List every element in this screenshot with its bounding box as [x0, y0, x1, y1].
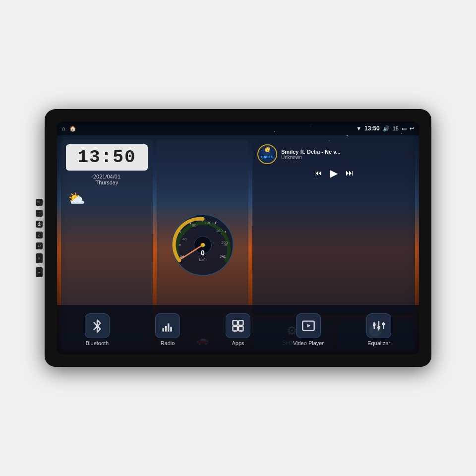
svg-rect-23 — [165, 326, 167, 332]
clock-date: 2021/04/01 Thursday — [66, 174, 148, 185]
apps-svg — [231, 319, 245, 333]
carfu-text: CARFU — [261, 155, 274, 159]
vol-up-button[interactable]: + — [36, 253, 43, 263]
crown-icon: 👑 — [264, 146, 270, 152]
equalizer-icon-box — [366, 313, 391, 338]
svg-rect-25 — [170, 327, 172, 331]
svg-text:40: 40 — [182, 237, 186, 241]
svg-rect-29 — [238, 326, 243, 331]
svg-text:km/h: km/h — [199, 258, 206, 261]
wifi-icon: ▼ — [356, 125, 361, 131]
svg-rect-27 — [238, 321, 243, 325]
side-buttons: MIC RST ⏻ ⌂ ↩ + − — [36, 199, 43, 277]
video-label: Video Player — [293, 340, 324, 346]
svg-text:120: 120 — [204, 221, 211, 225]
mic-button[interactable]: MIC — [36, 199, 43, 206]
music-info: Smiley ft. Delia - Ne v... Unknown — [281, 149, 410, 160]
clock-display: 13:50 — [66, 144, 148, 171]
clock-time: 13:50 — [71, 147, 143, 168]
status-bar: ⌂ 🏠 ▼ 13:50 🔊 18 ▭ ↩ — [57, 121, 419, 135]
svg-text:0: 0 — [201, 249, 205, 257]
radio-svg — [161, 319, 175, 333]
vol-up-icon: + — [38, 256, 40, 261]
svg-marker-31 — [307, 324, 311, 328]
equalizer-svg — [372, 319, 386, 333]
house-status-icon: 🏠 — [69, 125, 76, 132]
status-right: ▼ 13:50 🔊 18 ▭ ↩ — [356, 125, 414, 132]
status-time: 13:50 — [364, 125, 380, 132]
video-icon-box — [296, 313, 321, 338]
music-artist: Unknown — [281, 155, 410, 160]
back-side-icon: ↩ — [38, 244, 41, 248]
svg-text:160: 160 — [216, 229, 223, 233]
svg-rect-26 — [233, 321, 238, 325]
window-icon: ▭ — [402, 125, 407, 132]
radio-item[interactable]: Radio — [132, 313, 203, 346]
svg-rect-24 — [168, 323, 170, 331]
weather-area: ⛅ — [66, 188, 148, 209]
svg-text:200: 200 — [221, 240, 228, 245]
svg-text:80: 80 — [192, 223, 196, 228]
prev-button[interactable]: ⏮ — [314, 169, 322, 178]
video-svg — [301, 319, 315, 333]
screen: ⌂ 🏠 ▼ 13:50 🔊 18 ▭ ↩ 13:50 — [57, 121, 419, 355]
home-side-icon: ⌂ — [38, 233, 41, 238]
bluetooth-item[interactable]: Bluetooth — [62, 313, 132, 346]
home-side-button[interactable]: ⌂ — [36, 232, 43, 238]
apps-icon-box — [226, 313, 250, 338]
speedometer-svg: 0 40 80 120 160 200 240 0 — [168, 210, 238, 280]
rst-label: RST — [37, 212, 42, 215]
video-item[interactable]: Video Player — [273, 313, 344, 346]
music-logo: 👑 CARFU — [257, 144, 277, 164]
svg-rect-22 — [163, 328, 165, 332]
radio-label: Radio — [161, 340, 175, 346]
music-title: Smiley ft. Delia - Ne v... — [281, 149, 410, 155]
day-text: Thursday — [66, 179, 148, 185]
date-text: 2021/04/01 — [66, 174, 148, 179]
rst-button[interactable]: RST — [36, 210, 43, 217]
apps-label: Apps — [232, 340, 244, 346]
svg-point-37 — [382, 323, 385, 326]
svg-point-33 — [373, 323, 376, 326]
music-widget: 👑 CARFU Smiley ft. Delia - Ne v... Unkno… — [252, 139, 415, 315]
equalizer-label: Equalizer — [367, 340, 390, 346]
back-side-button[interactable]: ↩ — [36, 242, 43, 249]
equalizer-item[interactable]: Equalizer — [344, 313, 414, 346]
next-button[interactable]: ⏭ — [346, 169, 354, 178]
music-header: 👑 CARFU Smiley ft. Delia - Ne v... Unkno… — [257, 144, 410, 164]
radio-icon-box — [155, 313, 180, 338]
svg-point-19 — [200, 243, 205, 247]
vol-down-button[interactable]: − — [36, 267, 43, 277]
car-head-unit: MIC RST ⏻ ⌂ ↩ + − — [45, 109, 431, 367]
svg-point-35 — [377, 326, 380, 329]
vol-down-icon: − — [38, 270, 40, 275]
play-button[interactable]: ▶ — [330, 167, 338, 179]
bluetooth-icon-box — [85, 313, 110, 338]
svg-text:240: 240 — [219, 254, 226, 259]
home-status-icon: ⌂ — [62, 125, 65, 131]
power-icon: ⏻ — [37, 222, 41, 227]
apps-item[interactable]: Apps — [203, 313, 273, 346]
power-button[interactable]: ⏻ — [36, 221, 43, 228]
volume-level: 18 — [393, 125, 399, 131]
music-controls: ⏮ ▶ ⏭ — [257, 167, 410, 179]
bluetooth-svg — [90, 319, 104, 333]
bottom-bar: Bluetooth Radio — [57, 305, 419, 355]
bluetooth-label: Bluetooth — [86, 340, 109, 346]
status-left: ⌂ 🏠 — [62, 125, 76, 132]
weather-icon: ⛅ — [68, 190, 85, 207]
svg-rect-28 — [233, 326, 238, 331]
back-icon: ↩ — [410, 125, 414, 132]
mic-label: MIC — [37, 201, 41, 204]
volume-icon: 🔊 — [383, 125, 390, 132]
